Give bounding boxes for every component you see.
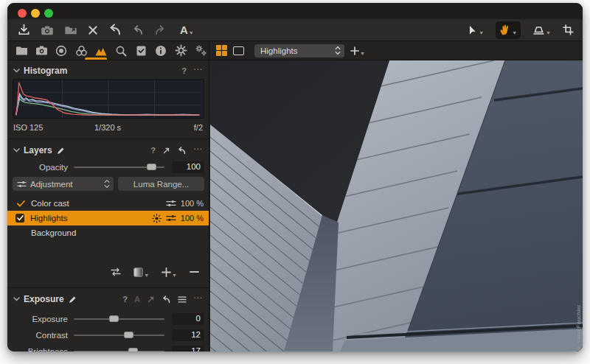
check-icon[interactable] xyxy=(17,200,25,207)
help-icon[interactable]: ? xyxy=(150,146,156,155)
tab-output[interactable] xyxy=(174,44,187,57)
photo-credit: © Yann Fauchier xyxy=(575,248,586,351)
opacity-value[interactable]: 100 xyxy=(172,161,204,173)
opacity-slider[interactable] xyxy=(74,167,164,168)
tab-adjustments[interactable] xyxy=(134,44,148,57)
tab-strip-row: Highlights ▼ xyxy=(7,41,583,60)
undo-button[interactable] xyxy=(108,21,122,39)
expand-icon[interactable] xyxy=(147,295,155,304)
histogram-luma-curve xyxy=(16,94,199,115)
import-button[interactable] xyxy=(18,21,30,39)
add-layer-button[interactable]: ▼ xyxy=(162,263,177,281)
histogram-red-curve xyxy=(16,83,199,115)
stacked-chevrons-icon xyxy=(335,46,341,55)
luma-range-button[interactable]: Luma Range... xyxy=(118,177,204,191)
tab-lens[interactable] xyxy=(55,44,68,57)
tab-batch[interactable] xyxy=(194,44,207,57)
adjustment-selector[interactable]: Adjustment xyxy=(13,177,114,191)
undo-small-button[interactable] xyxy=(133,21,144,39)
viewer-toolbar: Highlights ▼ xyxy=(209,41,583,60)
chevron-down-icon xyxy=(13,148,20,153)
sun-icon[interactable] xyxy=(152,214,162,223)
exposure-sliders: Exposure 0 Contrast 12 Brightness 17 xyxy=(7,311,209,351)
move-adjustments-icon[interactable] xyxy=(111,263,121,281)
single-view-button[interactable] xyxy=(233,46,244,55)
screenshot-stage: A▼ ▼ ▼ ▼ xyxy=(0,0,590,364)
layers-controls-row: Adjustment Luma Range... xyxy=(7,175,209,192)
presets-menu-icon[interactable] xyxy=(178,296,187,303)
active-tab-underline xyxy=(85,57,107,60)
layer-name: Background xyxy=(31,228,76,237)
layer-list: Color cast 100 % Highlights xyxy=(7,196,209,240)
layer-row-highlights[interactable]: Highlights 100 % xyxy=(7,211,209,225)
contrast-slider-row: Contrast 12 xyxy=(7,327,209,343)
stamp-tool-button[interactable]: ▼ xyxy=(532,21,551,39)
sliders-icon[interactable] xyxy=(166,200,176,207)
close-window-button[interactable] xyxy=(18,9,27,18)
exposure-slider-row: Exposure 0 xyxy=(7,311,209,326)
delete-button[interactable] xyxy=(88,21,98,39)
tab-capture[interactable] xyxy=(35,44,48,57)
more-icon[interactable]: ⋯ xyxy=(193,64,203,74)
exposure-header[interactable]: Exposure ? A ⋯ xyxy=(7,292,209,307)
tab-exposure[interactable] xyxy=(94,44,108,57)
styles-letter: A xyxy=(180,24,188,36)
tab-library[interactable] xyxy=(15,44,28,57)
slider-thumb[interactable] xyxy=(128,348,138,352)
brush-icon[interactable] xyxy=(57,147,65,155)
redo-small-button[interactable] xyxy=(154,21,165,39)
grid-view-button[interactable] xyxy=(216,45,227,56)
exposure-slider[interactable] xyxy=(74,318,164,320)
proof-selector[interactable]: Highlights xyxy=(254,44,344,57)
brightness-slider[interactable] xyxy=(74,351,164,352)
slider-label: Brightness xyxy=(7,347,74,352)
contrast-value[interactable]: 12 xyxy=(172,329,204,341)
layer-checkbox[interactable] xyxy=(15,214,24,223)
histogram-chart xyxy=(13,79,204,122)
more-icon[interactable]: ⋯ xyxy=(193,144,203,154)
auto-adjust-icon[interactable]: A xyxy=(134,295,140,304)
more-icon[interactable]: ⋯ xyxy=(193,293,203,303)
mask-gradient-button[interactable]: ▼ xyxy=(133,263,149,281)
pointer-tool-button[interactable]: ▼ xyxy=(467,21,484,39)
pan-tool-button[interactable]: ▼ xyxy=(496,21,521,39)
slider-thumb[interactable] xyxy=(109,315,119,322)
exposure-value[interactable]: 0 xyxy=(172,313,204,325)
slider-thumb[interactable] xyxy=(124,332,133,338)
layer-row-color-cast[interactable]: Color cast 100 % xyxy=(7,196,209,211)
opacity-slider-thumb[interactable] xyxy=(147,164,156,170)
titlebar[interactable] xyxy=(7,3,583,19)
chevron-down-icon: ▼ xyxy=(189,30,194,35)
histogram-header[interactable]: Histogram ? ⋯ xyxy=(7,63,209,78)
sliders-icon[interactable] xyxy=(166,214,176,222)
capture-button[interactable] xyxy=(41,21,54,39)
layer-row-background[interactable]: Background xyxy=(7,225,209,240)
brush-icon[interactable] xyxy=(69,295,77,304)
slider-label: Contrast xyxy=(7,331,74,340)
help-icon[interactable]: ? xyxy=(122,295,128,304)
add-proof-button[interactable]: ▼ xyxy=(350,42,365,60)
export-button[interactable] xyxy=(64,21,77,39)
contrast-slider[interactable] xyxy=(74,335,164,336)
remove-layer-button[interactable] xyxy=(190,263,199,281)
check-icon xyxy=(17,215,24,221)
layers-header[interactable]: Layers ? ⋯ xyxy=(7,143,209,158)
layer-opacity: 100 % xyxy=(181,199,204,208)
reset-icon[interactable] xyxy=(162,295,171,304)
reset-icon[interactable] xyxy=(177,147,187,155)
styles-button[interactable]: A▼ xyxy=(180,21,194,39)
tab-details[interactable] xyxy=(114,44,128,57)
exif-row: ISO 125 1/320 s f/2 xyxy=(7,122,209,133)
main-toolbar: A▼ ▼ ▼ ▼ xyxy=(7,19,583,41)
minimize-window-button[interactable] xyxy=(31,9,40,18)
help-icon[interactable]: ? xyxy=(181,66,187,75)
chevron-down-icon: ▼ xyxy=(479,30,484,35)
zoom-window-button[interactable] xyxy=(44,9,53,18)
crop-tool-button[interactable] xyxy=(563,21,574,39)
image-viewer[interactable] xyxy=(210,60,583,351)
panel-title: Layers xyxy=(24,145,52,155)
tab-color[interactable] xyxy=(74,44,88,57)
brightness-value[interactable]: 17 xyxy=(172,346,204,352)
expand-icon[interactable] xyxy=(162,147,170,155)
tab-metadata[interactable] xyxy=(154,44,167,57)
